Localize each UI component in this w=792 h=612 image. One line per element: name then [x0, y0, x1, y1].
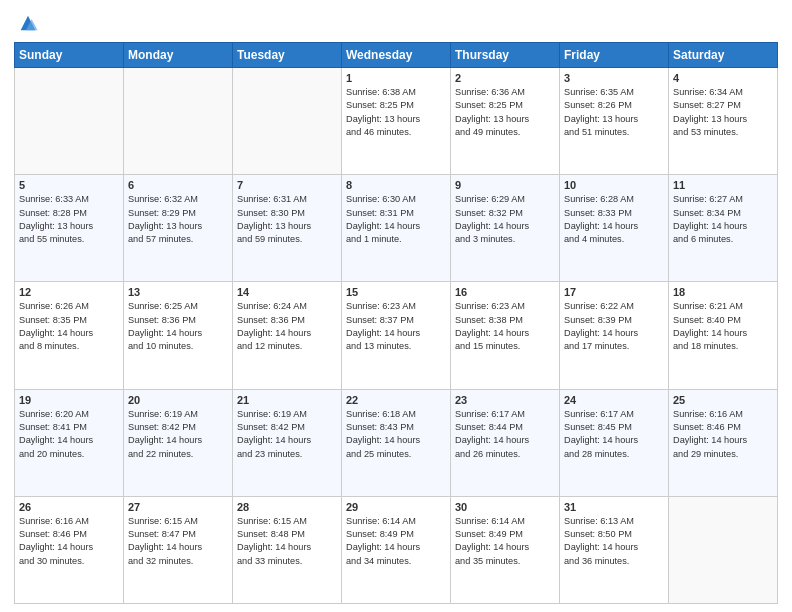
day-number: 16: [455, 286, 555, 298]
day-info: Sunrise: 6:25 AM Sunset: 8:36 PM Dayligh…: [128, 300, 228, 353]
day-number: 27: [128, 501, 228, 513]
logo-icon: [17, 12, 39, 34]
day-number: 7: [237, 179, 337, 191]
day-info: Sunrise: 6:36 AM Sunset: 8:25 PM Dayligh…: [455, 86, 555, 139]
calendar-header-wednesday: Wednesday: [342, 43, 451, 68]
day-info: Sunrise: 6:16 AM Sunset: 8:46 PM Dayligh…: [19, 515, 119, 568]
calendar-header-monday: Monday: [124, 43, 233, 68]
calendar-cell: 14Sunrise: 6:24 AM Sunset: 8:36 PM Dayli…: [233, 282, 342, 389]
day-number: 31: [564, 501, 664, 513]
day-info: Sunrise: 6:29 AM Sunset: 8:32 PM Dayligh…: [455, 193, 555, 246]
calendar-cell: 31Sunrise: 6:13 AM Sunset: 8:50 PM Dayli…: [560, 496, 669, 603]
calendar-cell: [15, 68, 124, 175]
day-info: Sunrise: 6:17 AM Sunset: 8:45 PM Dayligh…: [564, 408, 664, 461]
day-number: 2: [455, 72, 555, 84]
calendar-cell: 13Sunrise: 6:25 AM Sunset: 8:36 PM Dayli…: [124, 282, 233, 389]
day-number: 9: [455, 179, 555, 191]
day-info: Sunrise: 6:19 AM Sunset: 8:42 PM Dayligh…: [128, 408, 228, 461]
calendar-cell: 3Sunrise: 6:35 AM Sunset: 8:26 PM Daylig…: [560, 68, 669, 175]
header: [14, 10, 778, 34]
calendar-week-1: 1Sunrise: 6:38 AM Sunset: 8:25 PM Daylig…: [15, 68, 778, 175]
calendar-cell: 5Sunrise: 6:33 AM Sunset: 8:28 PM Daylig…: [15, 175, 124, 282]
calendar-cell: 19Sunrise: 6:20 AM Sunset: 8:41 PM Dayli…: [15, 389, 124, 496]
day-info: Sunrise: 6:24 AM Sunset: 8:36 PM Dayligh…: [237, 300, 337, 353]
day-info: Sunrise: 6:21 AM Sunset: 8:40 PM Dayligh…: [673, 300, 773, 353]
day-number: 19: [19, 394, 119, 406]
calendar-cell: 4Sunrise: 6:34 AM Sunset: 8:27 PM Daylig…: [669, 68, 778, 175]
day-number: 4: [673, 72, 773, 84]
day-number: 24: [564, 394, 664, 406]
day-info: Sunrise: 6:16 AM Sunset: 8:46 PM Dayligh…: [673, 408, 773, 461]
calendar-header-friday: Friday: [560, 43, 669, 68]
calendar-week-5: 26Sunrise: 6:16 AM Sunset: 8:46 PM Dayli…: [15, 496, 778, 603]
calendar-cell: 18Sunrise: 6:21 AM Sunset: 8:40 PM Dayli…: [669, 282, 778, 389]
day-number: 6: [128, 179, 228, 191]
day-info: Sunrise: 6:32 AM Sunset: 8:29 PM Dayligh…: [128, 193, 228, 246]
calendar-header-sunday: Sunday: [15, 43, 124, 68]
calendar-cell: 8Sunrise: 6:30 AM Sunset: 8:31 PM Daylig…: [342, 175, 451, 282]
day-number: 21: [237, 394, 337, 406]
calendar-cell: 28Sunrise: 6:15 AM Sunset: 8:48 PM Dayli…: [233, 496, 342, 603]
calendar-cell: [124, 68, 233, 175]
day-info: Sunrise: 6:15 AM Sunset: 8:47 PM Dayligh…: [128, 515, 228, 568]
calendar-cell: 22Sunrise: 6:18 AM Sunset: 8:43 PM Dayli…: [342, 389, 451, 496]
calendar-cell: 24Sunrise: 6:17 AM Sunset: 8:45 PM Dayli…: [560, 389, 669, 496]
day-number: 26: [19, 501, 119, 513]
day-number: 15: [346, 286, 446, 298]
calendar-cell: 16Sunrise: 6:23 AM Sunset: 8:38 PM Dayli…: [451, 282, 560, 389]
day-number: 5: [19, 179, 119, 191]
calendar-week-4: 19Sunrise: 6:20 AM Sunset: 8:41 PM Dayli…: [15, 389, 778, 496]
day-info: Sunrise: 6:27 AM Sunset: 8:34 PM Dayligh…: [673, 193, 773, 246]
day-info: Sunrise: 6:17 AM Sunset: 8:44 PM Dayligh…: [455, 408, 555, 461]
day-info: Sunrise: 6:20 AM Sunset: 8:41 PM Dayligh…: [19, 408, 119, 461]
calendar-cell: 15Sunrise: 6:23 AM Sunset: 8:37 PM Dayli…: [342, 282, 451, 389]
calendar-cell: 2Sunrise: 6:36 AM Sunset: 8:25 PM Daylig…: [451, 68, 560, 175]
calendar-cell: 30Sunrise: 6:14 AM Sunset: 8:49 PM Dayli…: [451, 496, 560, 603]
calendar-cell: 9Sunrise: 6:29 AM Sunset: 8:32 PM Daylig…: [451, 175, 560, 282]
day-number: 17: [564, 286, 664, 298]
calendar-cell: 7Sunrise: 6:31 AM Sunset: 8:30 PM Daylig…: [233, 175, 342, 282]
calendar-cell: 25Sunrise: 6:16 AM Sunset: 8:46 PM Dayli…: [669, 389, 778, 496]
calendar-cell: 20Sunrise: 6:19 AM Sunset: 8:42 PM Dayli…: [124, 389, 233, 496]
calendar-cell: 10Sunrise: 6:28 AM Sunset: 8:33 PM Dayli…: [560, 175, 669, 282]
calendar-cell: 6Sunrise: 6:32 AM Sunset: 8:29 PM Daylig…: [124, 175, 233, 282]
calendar-cell: 23Sunrise: 6:17 AM Sunset: 8:44 PM Dayli…: [451, 389, 560, 496]
calendar-cell: 11Sunrise: 6:27 AM Sunset: 8:34 PM Dayli…: [669, 175, 778, 282]
day-number: 11: [673, 179, 773, 191]
day-info: Sunrise: 6:35 AM Sunset: 8:26 PM Dayligh…: [564, 86, 664, 139]
day-info: Sunrise: 6:22 AM Sunset: 8:39 PM Dayligh…: [564, 300, 664, 353]
day-info: Sunrise: 6:23 AM Sunset: 8:38 PM Dayligh…: [455, 300, 555, 353]
calendar-week-2: 5Sunrise: 6:33 AM Sunset: 8:28 PM Daylig…: [15, 175, 778, 282]
calendar-cell: 29Sunrise: 6:14 AM Sunset: 8:49 PM Dayli…: [342, 496, 451, 603]
day-info: Sunrise: 6:38 AM Sunset: 8:25 PM Dayligh…: [346, 86, 446, 139]
day-info: Sunrise: 6:14 AM Sunset: 8:49 PM Dayligh…: [455, 515, 555, 568]
calendar-header-row: SundayMondayTuesdayWednesdayThursdayFrid…: [15, 43, 778, 68]
day-number: 28: [237, 501, 337, 513]
day-info: Sunrise: 6:23 AM Sunset: 8:37 PM Dayligh…: [346, 300, 446, 353]
day-number: 29: [346, 501, 446, 513]
day-info: Sunrise: 6:30 AM Sunset: 8:31 PM Dayligh…: [346, 193, 446, 246]
calendar-cell: [233, 68, 342, 175]
calendar-cell: 1Sunrise: 6:38 AM Sunset: 8:25 PM Daylig…: [342, 68, 451, 175]
calendar-cell: 17Sunrise: 6:22 AM Sunset: 8:39 PM Dayli…: [560, 282, 669, 389]
calendar-cell: 12Sunrise: 6:26 AM Sunset: 8:35 PM Dayli…: [15, 282, 124, 389]
day-number: 1: [346, 72, 446, 84]
day-info: Sunrise: 6:19 AM Sunset: 8:42 PM Dayligh…: [237, 408, 337, 461]
day-info: Sunrise: 6:18 AM Sunset: 8:43 PM Dayligh…: [346, 408, 446, 461]
calendar-cell: 27Sunrise: 6:15 AM Sunset: 8:47 PM Dayli…: [124, 496, 233, 603]
calendar-table: SundayMondayTuesdayWednesdayThursdayFrid…: [14, 42, 778, 604]
calendar-cell: 26Sunrise: 6:16 AM Sunset: 8:46 PM Dayli…: [15, 496, 124, 603]
calendar-page: SundayMondayTuesdayWednesdayThursdayFrid…: [0, 0, 792, 612]
day-number: 20: [128, 394, 228, 406]
day-info: Sunrise: 6:31 AM Sunset: 8:30 PM Dayligh…: [237, 193, 337, 246]
day-number: 10: [564, 179, 664, 191]
day-number: 18: [673, 286, 773, 298]
day-number: 25: [673, 394, 773, 406]
day-number: 13: [128, 286, 228, 298]
calendar-header-tuesday: Tuesday: [233, 43, 342, 68]
day-number: 8: [346, 179, 446, 191]
day-number: 30: [455, 501, 555, 513]
logo: [14, 10, 39, 34]
day-number: 14: [237, 286, 337, 298]
calendar-header-saturday: Saturday: [669, 43, 778, 68]
